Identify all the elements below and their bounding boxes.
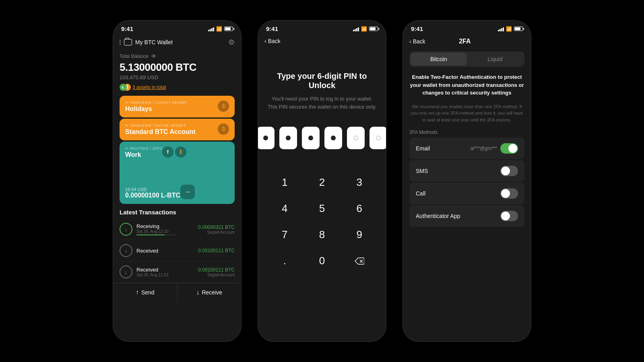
method-detail-email: al***@gm*** bbox=[471, 146, 497, 151]
wallet-icon bbox=[124, 39, 132, 45]
toggle-call[interactable] bbox=[500, 188, 518, 199]
transactions-title: Latest Transactions bbox=[120, 209, 235, 216]
assets-text[interactable]: 3 assets in total bbox=[132, 84, 166, 90]
key-6[interactable]: 6 bbox=[341, 195, 378, 222]
toggle-knob-sms bbox=[501, 167, 510, 175]
pin-dot-3 bbox=[302, 127, 320, 149]
method-sms: SMS bbox=[409, 160, 524, 182]
key-1[interactable]: 1 bbox=[266, 169, 303, 195]
battery-icon-3 bbox=[514, 27, 523, 31]
tx-amount-3: 0.00100111 BTC bbox=[198, 267, 235, 273]
account-standard[interactable]: ✏ SINGLESIG / NATIVE SEGWIT Standard BTC… bbox=[120, 119, 235, 140]
settings-icon[interactable]: ⚙ bbox=[228, 38, 235, 47]
tx-info-3: Received Sat 26, Aug 11:53 bbox=[136, 267, 169, 277]
b-badge: ₿ bbox=[175, 146, 186, 158]
tab-bar: Bitcoin Liquid bbox=[409, 51, 524, 67]
signal-icon-3 bbox=[498, 27, 504, 31]
status-bar-1: 9:41 📶 bbox=[113, 21, 241, 35]
signal-icon-1 bbox=[208, 27, 214, 31]
key-2[interactable]: 2 bbox=[303, 169, 341, 195]
t-badge: T bbox=[162, 146, 173, 158]
bottom-nav: ↑ Send ↓ Receive bbox=[113, 283, 241, 302]
tx-amount-2: 0.00100111 BTC bbox=[198, 248, 235, 253]
wifi-icon-2: 📶 bbox=[361, 26, 367, 32]
tx-progress-1 bbox=[136, 234, 177, 235]
tab-liquid[interactable]: Liquid bbox=[467, 53, 523, 66]
send-button[interactable]: ↑ Send bbox=[113, 283, 178, 302]
account-name-3: Work bbox=[125, 151, 162, 158]
method-right-email: al***@gm*** bbox=[471, 143, 518, 154]
method-call: Call bbox=[409, 183, 524, 204]
teal-amounts: 19.54 USD 0.00000100 L-BTC bbox=[125, 187, 180, 199]
pin-dot-5 bbox=[347, 127, 365, 149]
key-9[interactable]: 9 bbox=[341, 222, 378, 248]
tx-right-2: 0.00100111 BTC bbox=[198, 248, 235, 253]
pin-dots bbox=[258, 127, 386, 149]
method-right-auth bbox=[500, 211, 518, 221]
phone-pin: 9:41 📶 ‹ Back bbox=[258, 20, 386, 342]
key-delete[interactable] bbox=[341, 248, 378, 274]
twofa-description: Enable Two-Factor Authentication to prot… bbox=[403, 70, 531, 100]
phone-wallet: 9:41 📶 bbox=[113, 20, 242, 342]
method-authenticator: Authenticator App bbox=[409, 205, 524, 227]
arrow-button[interactable]: → bbox=[180, 185, 195, 199]
method-right-call bbox=[500, 188, 518, 199]
toggle-knob-auth bbox=[501, 212, 510, 220]
receive-icon-3: ↓ bbox=[125, 269, 128, 275]
assets-link[interactable]: Ł ₿ 3 assets in total bbox=[120, 84, 235, 91]
receive-button[interactable]: ↓ Receive bbox=[178, 283, 242, 302]
account-holidays[interactable]: ✏ SINGLESIG / LEGACY SEGWIT Holidays ₿ bbox=[120, 96, 235, 117]
back-button-2fa[interactable]: ‹ Back bbox=[409, 38, 425, 45]
toggle-email[interactable] bbox=[500, 143, 518, 154]
menu-icon[interactable] bbox=[120, 40, 121, 45]
pin-title: Type your 6-digit PIN to Unlock bbox=[266, 72, 378, 90]
time-1: 9:41 bbox=[121, 25, 133, 32]
teal-badges: T ₿ bbox=[162, 146, 186, 158]
key-7[interactable]: 7 bbox=[266, 222, 303, 248]
key-3[interactable]: 3 bbox=[341, 169, 378, 195]
tx-left-1: ↓ Receiving Sat 26, Aug 12:10 bbox=[120, 223, 177, 236]
pen-icon-2: ✏ bbox=[125, 123, 129, 128]
tx-account-3: Segwit Account bbox=[198, 273, 235, 277]
2fa-page-title: 2FA bbox=[459, 38, 471, 45]
wifi-icon-3: 📶 bbox=[506, 26, 512, 32]
twofa-header: ‹ Back 2FA bbox=[403, 35, 531, 48]
tx-date-3: Sat 26, Aug 11:53 bbox=[136, 273, 169, 277]
tx-info-2: Received bbox=[136, 248, 158, 254]
method-name-auth: Authenticator App bbox=[416, 213, 460, 219]
pin-dot-1 bbox=[258, 127, 275, 149]
tx-circle-3: ↓ bbox=[120, 265, 132, 278]
account-type-3: ✏ MULTISIG / 2OF2 bbox=[125, 146, 162, 150]
tx-account-1: Segwit Account bbox=[198, 230, 235, 234]
tx-date-1: Sat 26, Aug 12:10 bbox=[136, 229, 177, 234]
time-2: 9:41 bbox=[266, 25, 278, 32]
time-3: 9:41 bbox=[411, 25, 423, 32]
key-5[interactable]: 5 bbox=[303, 195, 341, 222]
key-0[interactable]: 0 bbox=[303, 248, 341, 274]
account-type-1: ✏ SINGLESIG / LEGACY SEGWIT bbox=[125, 101, 188, 105]
status-bar-3: 9:41 📶 bbox=[403, 21, 531, 35]
tab-bitcoin[interactable]: Bitcoin bbox=[411, 53, 467, 66]
pin-dot-2 bbox=[279, 127, 297, 149]
chevron-left-icon-2fa: ‹ bbox=[409, 38, 411, 45]
twofa-note: We recomend you enable more than one 2FA… bbox=[403, 100, 531, 127]
key-dot[interactable]: . bbox=[266, 248, 303, 274]
key-8[interactable]: 8 bbox=[303, 222, 341, 248]
key-4[interactable]: 4 bbox=[266, 195, 303, 222]
btc-badge-2: ₿ bbox=[218, 123, 229, 135]
receive-icon-1: ↓ bbox=[125, 226, 128, 232]
account-work[interactable]: ✏ MULTISIG / 2OF2 Work T ₿ 19.54 USD bbox=[120, 142, 235, 204]
method-email: Email al***@gm*** bbox=[409, 138, 524, 159]
wallet-header: My BTC Wallet ⚙ bbox=[113, 35, 241, 51]
tx-name-1: Receiving bbox=[136, 223, 177, 229]
toggle-auth[interactable] bbox=[500, 211, 518, 221]
tx-name-3: Received bbox=[136, 267, 169, 273]
chevron-left-icon-pin: ‹ bbox=[264, 38, 266, 44]
visibility-icon[interactable]: 👁 bbox=[151, 53, 157, 60]
back-button-pin[interactable]: ‹ Back bbox=[264, 38, 281, 44]
signal-icon-2 bbox=[353, 27, 359, 31]
toggle-sms[interactable] bbox=[500, 166, 518, 176]
toggle-knob-email bbox=[508, 144, 517, 153]
account-info-1: ✏ SINGLESIG / LEGACY SEGWIT Holidays bbox=[125, 101, 188, 113]
status-icons-3: 📶 bbox=[498, 26, 523, 32]
